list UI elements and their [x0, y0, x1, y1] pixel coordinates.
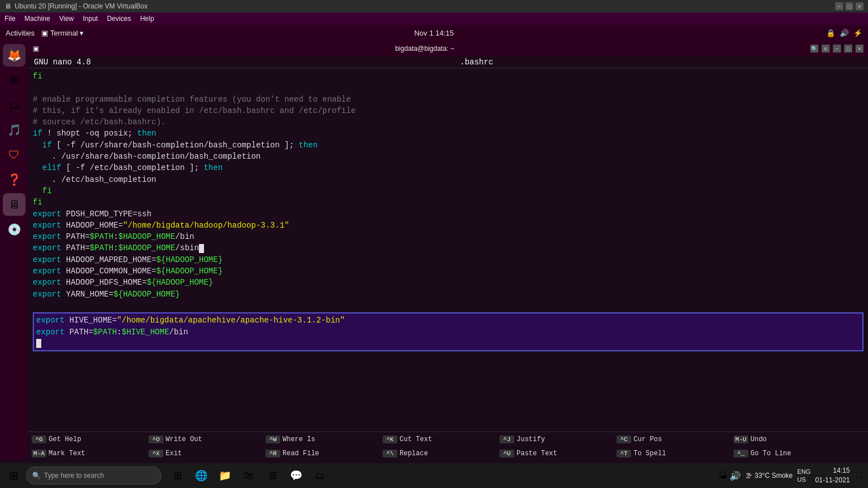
sidebar-apps-icon[interactable]: 🛡	[3, 143, 25, 166]
editor-line-fi3: fi	[33, 197, 863, 208]
menu-machine[interactable]: Machine	[24, 15, 50, 23]
label-cur-pos: Cur Pos	[633, 435, 662, 443]
editor-line-comment1: # enable programmable completion feature…	[33, 94, 863, 105]
editor-line-export3: export PATH=$PATH:$HADOOP_HOME/bin	[33, 231, 863, 242]
label-undo: Undo	[750, 435, 767, 443]
language-info: ENG US	[797, 468, 811, 484]
label-exit: Exit	[166, 450, 182, 457]
search-icon: 🔍	[32, 472, 41, 480]
sidebar-terminal-icon[interactable]: 🖥	[3, 193, 25, 216]
taskbar: ⊞ 🔍 Type here to search ⊞ 🌐 📁 🛍 🖥 💬 🗂 🌤 …	[0, 463, 868, 488]
activities-button[interactable]: Activities	[6, 29, 34, 37]
label-where-is: Where Is	[283, 435, 315, 443]
term-close-button[interactable]: ×	[856, 45, 863, 53]
close-button[interactable]: ×	[856, 2, 863, 10]
terminal-area: ▣ bigdata@bigdata: ~ 🔍 ≡ − □ × GNU nano …	[28, 41, 868, 460]
power-icon: ⚡	[853, 29, 862, 37]
taskbar-chrome-icon[interactable]: 🌐	[191, 465, 211, 486]
nano-version: GNU nano 4.8	[34, 58, 91, 67]
editor-line-blank2	[33, 300, 863, 311]
taskbar-folder-icon[interactable]: 📁	[215, 465, 235, 486]
sys-tray-icons: 🌤 🔊	[718, 470, 741, 481]
taskbar-icons: ⊞ 🌐 📁 🛍 🖥 💬 🗂	[167, 465, 716, 486]
term-maximize-button[interactable]: □	[844, 45, 852, 53]
editor-line-comment2: # this, if it's already enabled in /etc/…	[33, 105, 863, 116]
shortcut-to-spell: ^T To Spell	[613, 446, 730, 460]
nano-footer: ^G Get Help ^O Write Out ^W Where Is ^K …	[28, 432, 868, 460]
editor-line-fi2: fi	[33, 185, 863, 197]
sidebar: 🦊 ✉ 🗂 🎵 🛡 ❓ 🖥 💿	[0, 41, 28, 460]
maximize-button[interactable]: □	[845, 2, 853, 10]
key-ctrl-g: ^G	[32, 435, 46, 443]
terminal-menu-button[interactable]: ▣ Terminal ▾	[41, 29, 84, 37]
weather-icon: 🌫	[745, 472, 752, 480]
minimize-button[interactable]: −	[835, 2, 843, 10]
editor-line-elif: elif [ -f /etc/bash_completion ]; then	[33, 162, 863, 173]
key-m-u: M-U	[734, 435, 748, 443]
editor-line-cursor	[36, 338, 860, 349]
window-title: Ubuntu 20 [Running] - Oracle VM VirtualB…	[15, 2, 147, 10]
menu-view[interactable]: View	[59, 15, 74, 23]
taskbar-store-icon[interactable]: 🛍	[238, 465, 259, 486]
taskbar-multitask-icon[interactable]: ⊞	[167, 465, 188, 486]
editor-line-export1: export PDSH_RCMD_TYPE=ssh	[33, 208, 863, 220]
label-cut-text: Cut Text	[400, 435, 432, 443]
terminal-title: bigdata@bigdata: ~	[39, 45, 810, 53]
taskbar-clock: 14:15 01-11-2021	[815, 466, 850, 485]
shortcut-write-out: ^O Write Out	[145, 432, 262, 446]
country-code: US	[797, 476, 811, 483]
taskbar-explorer-icon[interactable]: 🗂	[310, 465, 330, 486]
editor-line-export2: export HADOOP_HOME="/home/bigdata/hadoop…	[33, 220, 863, 231]
term-menu-button[interactable]: ≡	[822, 45, 830, 53]
label-go-to-line: Go To Line	[750, 450, 791, 457]
editor-line-if2: if [ -f /usr/share/bash-completion/bash_…	[33, 140, 863, 151]
label-to-spell: To Spell	[633, 450, 666, 457]
selected-block: export HIVE_HOME="/home/bigdata/apachehi…	[33, 312, 863, 351]
taskbar-virtualbox-icon[interactable]: 🖥	[262, 465, 283, 486]
key-ctrl-t: ^T	[617, 450, 631, 457]
taskbar-messenger-icon[interactable]: 💬	[286, 465, 306, 486]
search-placeholder: Type here to search	[44, 472, 104, 480]
key-ctrl-backslash: ^\	[383, 450, 397, 457]
lang-code: ENG	[797, 468, 811, 476]
menu-file[interactable]: File	[5, 15, 15, 23]
taskbar-search[interactable]: 🔍 Type here to search	[26, 467, 162, 485]
editor-line-blank1	[33, 82, 863, 93]
sidebar-files-icon[interactable]: 🗂	[3, 94, 25, 116]
sidebar-disc-icon[interactable]: 💿	[3, 218, 25, 241]
menu-help[interactable]: Help	[140, 15, 154, 23]
nano-content[interactable]: fi # enable programmable completion feat…	[28, 68, 868, 432]
topbar-right: 🔒 🔊 ⚡	[826, 29, 862, 37]
start-button[interactable]: ⊞	[3, 465, 24, 486]
menu-input[interactable]: Input	[83, 15, 98, 23]
term-search-button[interactable]: 🔍	[810, 45, 818, 53]
shortcut-mark-text: M-A Mark Text	[28, 446, 145, 460]
editor-line-export4: export PATH=$PATH:$HADOOP_HOME/sbin	[33, 242, 863, 254]
shortcut-cur-pos: ^C Cur Pos	[613, 432, 730, 446]
terminal-titlebar: ▣ bigdata@bigdata: ~ 🔍 ≡ − □ ×	[28, 41, 868, 56]
sidebar-mail-icon[interactable]: ✉	[3, 69, 25, 91]
shortcut-go-to-line: ^_ Go To Line	[730, 446, 847, 460]
terminal-titlebar-icon: ▣	[33, 45, 39, 53]
editor-line-dot2: . /etc/bash_completion	[33, 174, 863, 185]
term-minimize-button[interactable]: −	[833, 45, 841, 53]
sidebar-music-icon[interactable]: 🎵	[3, 119, 25, 141]
label-mark-text: Mark Text	[49, 450, 85, 457]
network-icon: 🔒	[826, 29, 835, 37]
taskbar-right: 🌤 🔊 🌫 33°C Smoke ENG US 14:15 01-11-2021…	[718, 466, 865, 485]
terminal-icon: ▣	[41, 29, 48, 37]
editor-line-comment3: # sources /etc/bash.bashrc).	[33, 116, 863, 128]
editor-line-dot1: . /usr/share/bash-completion/bash_comple…	[33, 151, 863, 162]
notification-button[interactable]: □	[854, 470, 865, 481]
key-m-a: M-A	[32, 450, 46, 457]
topbar-datetime: Nov 1 14:15	[414, 29, 454, 37]
shortcut-get-help: ^G Get Help	[28, 432, 145, 446]
shortcut-where-is: ^W Where Is	[262, 432, 379, 446]
weather-info: 🌫 33°C Smoke	[745, 472, 793, 480]
sidebar-help-icon[interactable]: ❓	[3, 168, 25, 191]
title-bar: 🖥 Ubuntu 20 [Running] - Oracle VM Virtua…	[0, 0, 868, 12]
menu-devices[interactable]: Devices	[107, 15, 131, 23]
editor-line-hive2: export PATH=$PATH:$HIVE_HOME/bin	[36, 326, 860, 338]
shortcut-exit: ^X Exit	[145, 446, 262, 460]
sidebar-firefox-icon[interactable]: 🦊	[3, 44, 25, 67]
